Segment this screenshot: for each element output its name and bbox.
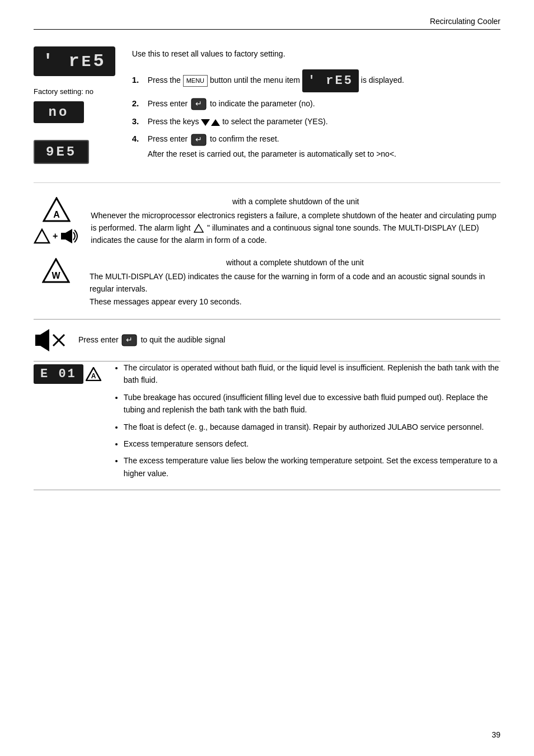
svg-marker-8 xyxy=(65,229,72,243)
alarm-row: A + xyxy=(34,197,500,247)
page-container: Recirculating Cooler ' rE5 Factory setti… xyxy=(0,0,534,756)
error-section: E 01 A The circulator is operated withou… xyxy=(34,361,500,490)
svg-marker-13 xyxy=(40,329,49,351)
audible-text: Press enter ↵ to quit the audible signal xyxy=(78,334,225,346)
res-description: Use this to reset all values to factory … xyxy=(132,49,500,58)
bullet-4: Excess temperature sensors defect. xyxy=(124,438,500,450)
svg-text:↵: ↵ xyxy=(195,99,202,108)
res-display-large: ' rE5 xyxy=(34,46,115,76)
enter-key-icon-2: ↵ xyxy=(191,134,207,146)
res-left-area: ' rE5 Factory setting: no no 9E5 xyxy=(34,46,115,164)
divider-1 xyxy=(34,182,500,183)
alarm-body: Whenever the microprocessor electronics … xyxy=(91,209,500,247)
warning-body: The MULTI-DISPLAY (LED) indicates the ca… xyxy=(90,270,500,308)
error-alarm-triangle-icon: A xyxy=(86,367,101,381)
alarm-section: A + xyxy=(34,197,500,308)
arrow-down-icon xyxy=(201,119,210,126)
enter-key-icon: ↵ xyxy=(191,98,207,110)
display-no: no xyxy=(34,101,84,123)
step-4-number: 4. xyxy=(132,134,143,143)
svg-rect-12 xyxy=(35,335,40,346)
warning-icons: W xyxy=(34,258,78,283)
header-title: Recirculating Cooler xyxy=(430,17,500,26)
speaker-crossed-icon xyxy=(34,326,67,354)
res-display-inline: ' rE5 xyxy=(302,69,359,92)
display-yes: 9E5 xyxy=(34,140,89,164)
arrow-keys xyxy=(201,119,220,126)
step-4-note: After the reset is carried out, the para… xyxy=(132,148,396,160)
audible-section: Press enter ↵ to quit the audible signal xyxy=(34,319,500,361)
svg-text:A: A xyxy=(53,210,60,219)
menu-button-label: MENU xyxy=(183,75,208,87)
warning-row: W without a complete shutdown of the uni… xyxy=(34,258,500,308)
enter-key-icon-3: ↵ xyxy=(121,334,137,346)
alarm-icons: A + xyxy=(34,197,79,245)
svg-marker-9 xyxy=(194,224,203,232)
warning-title: without a complete shutdown of the unit xyxy=(90,258,500,267)
steps-container: 1. Press the MENU button until the menu … xyxy=(132,69,500,160)
arrow-up-icon xyxy=(211,119,220,126)
factory-label: Factory setting: no xyxy=(34,87,93,96)
step-2: 2. Press enter ↵ to indicate the paramet… xyxy=(132,98,500,110)
svg-text:↵: ↵ xyxy=(195,135,202,144)
step-2-number: 2. xyxy=(132,98,143,108)
triangle-small-icon xyxy=(34,228,50,244)
warning-text-block: without a complete shutdown of the unit … xyxy=(90,258,500,308)
step-1: 1. Press the MENU button until the menu … xyxy=(132,69,500,92)
factory-setting-area: Factory setting: no no 9E5 xyxy=(34,87,101,164)
display-e01: E 01 xyxy=(34,364,83,384)
alarm-title: with a complete shutdown of the unit xyxy=(91,197,500,206)
error-icon-area: E 01 A xyxy=(34,361,101,384)
svg-rect-7 xyxy=(61,233,65,240)
step-1-text: Press the MENU button until the menu ite… xyxy=(148,69,404,92)
header: Recirculating Cooler xyxy=(34,17,500,30)
bullet-list: The circulator is operated without bath … xyxy=(113,361,500,484)
step-4: 4. Press enter ↵ to confirm the reset. A… xyxy=(132,133,500,159)
inline-alarm-icon xyxy=(194,224,204,233)
alarm-text-block: with a complete shutdown of the unit Whe… xyxy=(91,197,500,247)
svg-text:A: A xyxy=(91,372,96,380)
bullet-3: The float is defect (e. g., because dama… xyxy=(124,421,500,433)
res-right-area: Use this to reset all values to factory … xyxy=(132,46,500,166)
bullet-5: The excess temperature value lies below … xyxy=(124,454,500,480)
bullet-2: Tube breakage has occured (insufficient … xyxy=(124,391,500,416)
svg-marker-6 xyxy=(35,229,49,243)
page-number: 39 xyxy=(491,730,500,739)
step-3: 3. Press the keys to select the paramete… xyxy=(132,116,500,128)
alarm-triangle-icon: A xyxy=(43,197,71,222)
section-res: ' rE5 Factory setting: no no 9E5 Use thi… xyxy=(34,46,500,166)
svg-text:↵: ↵ xyxy=(126,335,133,344)
alarm-combined-icon: + xyxy=(34,228,79,245)
speaker-icon xyxy=(60,228,79,245)
step-3-text: Press the keys to select the parameter (… xyxy=(148,116,328,128)
bullet-1: The circulator is operated without bath … xyxy=(124,361,500,387)
step-3-number: 3. xyxy=(132,116,143,126)
svg-text:W: W xyxy=(51,271,60,280)
step-4-text: Press enter ↵ to confirm the reset. xyxy=(148,133,279,145)
step-1-number: 1. xyxy=(132,75,143,84)
warning-triangle-icon: W xyxy=(42,258,70,283)
step-2-text: Press enter ↵ to indicate the parameter … xyxy=(148,98,315,110)
